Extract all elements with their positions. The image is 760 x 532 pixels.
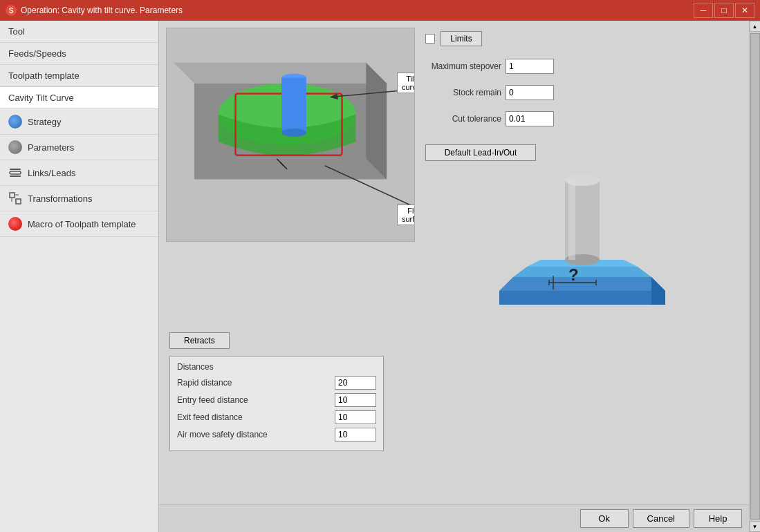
- air-move-row: Air move safety distance: [177, 428, 376, 441]
- title-bar: S Operation: Cavity with tilt curve. Par…: [0, 0, 760, 21]
- sidebar-item-parameters[interactable]: Parameters: [0, 135, 158, 160]
- transformations-label: Transformations: [28, 193, 92, 204]
- max-stepover-input[interactable]: [506, 59, 554, 74]
- exit-feed-row: Exit feed distance: [177, 410, 376, 424]
- svg-rect-2: [10, 175, 21, 177]
- entry-feed-row: Entry feed distance: [177, 393, 376, 407]
- feeds-label: Feeds/Speeds: [8, 48, 66, 59]
- window-controls: ─ □ ✕: [694, 3, 754, 18]
- sidebar-item-strategy[interactable]: Strategy: [0, 109, 158, 135]
- strategy-icon: [8, 115, 22, 129]
- sidebar-item-feeds[interactable]: Feeds/Speeds: [0, 43, 158, 65]
- main-content: Tilt curve Floor surfaces Limits: [159, 21, 749, 504]
- ok-button[interactable]: Ok: [580, 509, 629, 528]
- scroll-thumb[interactable]: [750, 33, 760, 520]
- svg-rect-1: [10, 169, 21, 170]
- sidebar-item-tool[interactable]: Tool: [0, 21, 158, 43]
- window-title: Operation: Cavity with tilt curve. Param…: [21, 6, 183, 15]
- canvas-area: Tilt curve Floor surfaces: [166, 28, 415, 242]
- floor-surfaces-annotation[interactable]: Floor surfaces: [397, 205, 415, 225]
- svg-rect-11: [281, 78, 306, 133]
- maximize-button[interactable]: □: [714, 3, 734, 18]
- content-area: Tilt curve Floor surfaces Limits: [159, 21, 749, 532]
- scroll-up-arrow[interactable]: ▲: [750, 21, 761, 32]
- scroll-down-arrow[interactable]: ▼: [750, 521, 761, 532]
- stock-remain-row: Stock remain: [425, 85, 739, 100]
- limits-checkbox[interactable]: [425, 34, 435, 44]
- sidebar: Tool Feeds/Speeds Toolpath template Cavi…: [0, 21, 159, 532]
- sidebar-item-transformations[interactable]: Transformations: [0, 186, 158, 211]
- cut-tolerance-row: Cut tolerance: [425, 111, 739, 126]
- entry-feed-input[interactable]: [335, 393, 376, 407]
- air-move-input[interactable]: [335, 428, 376, 441]
- tool-visualization: ?: [425, 167, 739, 319]
- sidebar-item-macro[interactable]: Macro of Toolpath template: [0, 211, 158, 237]
- svg-rect-19: [568, 180, 575, 260]
- tool-label: Tool: [8, 26, 25, 37]
- rapid-distance-row: Rapid distance: [177, 376, 376, 390]
- transformations-icon: [8, 191, 22, 205]
- distances-title: Distances: [177, 362, 376, 372]
- app-icon: S: [6, 5, 17, 16]
- rapid-distance-input[interactable]: [335, 376, 376, 390]
- links-icon: [8, 166, 22, 180]
- top-section: Tilt curve Floor surfaces Limits: [166, 28, 742, 322]
- right-panel: Limits Maximum stepover Stock remain: [422, 28, 742, 322]
- tilt-curve-annotation[interactable]: Tilt curve: [397, 73, 415, 93]
- cut-tolerance-label: Cut tolerance: [425, 114, 501, 124]
- retracts-button[interactable]: Retracts: [169, 332, 230, 349]
- minimize-button[interactable]: ─: [694, 3, 713, 18]
- stock-remain-label: Stock remain: [425, 88, 501, 97]
- max-stepover-row: Maximum stepover: [425, 59, 739, 74]
- cavity-label: Cavity Tilt Curve: [8, 93, 74, 103]
- exit-feed-label: Exit feed distance: [177, 412, 243, 422]
- limits-button[interactable]: Limits: [441, 31, 482, 46]
- bottom-section: Retracts Distances Rapid distance Entry …: [166, 329, 742, 455]
- entry-feed-label: Entry feed distance: [177, 395, 248, 405]
- help-button[interactable]: Help: [694, 509, 742, 528]
- links-label: Links/Leads: [28, 168, 75, 178]
- stock-remain-input[interactable]: [506, 85, 554, 100]
- macro-icon: [8, 217, 22, 231]
- parameters-label: Parameters: [28, 142, 74, 153]
- cancel-button[interactable]: Cancel: [633, 509, 689, 528]
- rapid-distance-label: Rapid distance: [177, 378, 232, 388]
- parameters-icon: [8, 140, 22, 154]
- sidebar-item-template[interactable]: Toolpath template: [0, 65, 158, 87]
- svg-rect-3: [10, 193, 15, 198]
- max-stepover-label: Maximum stepover: [425, 61, 501, 71]
- exit-feed-input[interactable]: [335, 410, 376, 424]
- scrollbar: ▲ ▼: [749, 21, 760, 532]
- limits-row: Limits: [425, 31, 739, 46]
- sidebar-item-cavity[interactable]: Cavity Tilt Curve: [0, 87, 158, 109]
- template-label: Toolpath template: [8, 70, 80, 81]
- air-move-label: Air move safety distance: [177, 430, 268, 439]
- macro-label: Macro of Toolpath template: [28, 219, 136, 229]
- cut-tolerance-input[interactable]: [506, 111, 554, 126]
- footer-bar: Ok Cancel Help: [159, 504, 749, 532]
- sidebar-item-links[interactable]: Links/Leads: [0, 160, 158, 186]
- distances-box: Distances Rapid distance Entry feed dist…: [169, 356, 384, 451]
- default-lead-button[interactable]: Default Lead-In/Out: [425, 144, 536, 161]
- svg-rect-0: [10, 171, 21, 174]
- close-button[interactable]: ✕: [735, 3, 754, 18]
- svg-point-12: [281, 129, 306, 137]
- svg-rect-4: [16, 199, 21, 204]
- svg-text:?: ?: [568, 265, 579, 284]
- strategy-label: Strategy: [28, 117, 61, 127]
